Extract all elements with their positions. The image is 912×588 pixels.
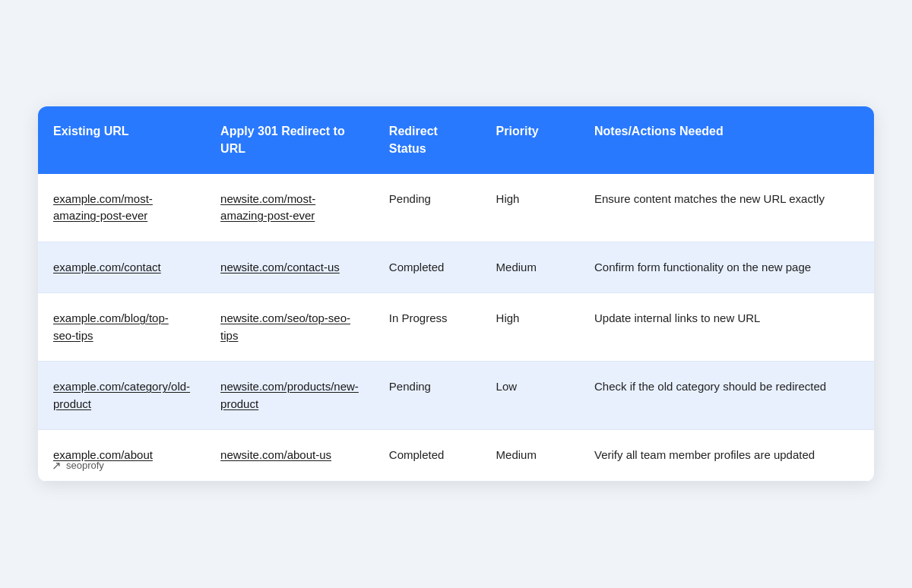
redirect-url-cell: newsite.com/most-amazing-post-ever	[205, 174, 374, 242]
header-notes: Notes/Actions Needed	[579, 106, 874, 174]
redirect-table: Existing URL Apply 301 Redirect to URL R…	[38, 106, 874, 482]
existing-url-link[interactable]: example.com/category/old-product	[53, 380, 190, 410]
priority-cell: Low	[481, 362, 579, 430]
redirect-url-cell: newsite.com/contact-us	[205, 242, 374, 293]
existing-url-cell: example.com/category/old-product	[38, 362, 205, 430]
table-row: example.com/category/old-productnewsite.…	[38, 362, 874, 430]
table-row: example.com/contactnewsite.com/contact-u…	[38, 242, 874, 293]
existing-url-cell: example.com/most-amazing-post-ever	[38, 174, 205, 242]
notes-cell: Check if the old category should be redi…	[579, 362, 874, 430]
redirect-url-link[interactable]: newsite.com/about-us	[220, 448, 331, 461]
header-priority: Priority	[481, 106, 579, 174]
existing-url-link[interactable]: example.com/contact	[53, 261, 161, 273]
notes-cell: Confirm form functionality on the new pa…	[579, 242, 874, 293]
priority-cell: High	[481, 174, 579, 242]
redirect-url-link[interactable]: newsite.com/seo/top-seo-tips	[220, 311, 350, 342]
redirect-url-link[interactable]: newsite.com/contact-us	[220, 261, 340, 273]
redirect-url-link[interactable]: newsite.com/most-amazing-post-ever	[220, 192, 315, 223]
notes-cell: Ensure content matches the new URL exact…	[579, 174, 874, 242]
existing-url-cell: example.com/contact	[38, 242, 205, 293]
table-row: example.com/aboutnewsite.com/about-usCom…	[38, 430, 874, 482]
branding-name: seoprofy	[66, 460, 104, 471]
redirect-url-cell: newsite.com/seo/top-seo-tips	[205, 293, 374, 362]
table-row: example.com/blog/top-seo-tipsnewsite.com…	[38, 293, 874, 362]
status-cell: Pending	[374, 362, 481, 430]
priority-cell: High	[481, 293, 579, 362]
priority-cell: Medium	[481, 242, 579, 293]
status-cell: Completed	[374, 242, 481, 293]
table-row: example.com/most-amazing-post-evernewsit…	[38, 174, 874, 242]
redirect-url-link[interactable]: newsite.com/products/new-product	[220, 380, 359, 410]
existing-url-cell: example.com/about	[38, 430, 205, 482]
table-header-row: Existing URL Apply 301 Redirect to URL R…	[38, 106, 874, 174]
redirect-url-cell: newsite.com/products/new-product	[205, 362, 374, 430]
branding-footer: ↗ seoprofy	[52, 459, 104, 473]
main-container: Existing URL Apply 301 Redirect to URL R…	[38, 106, 874, 482]
notes-cell: Verify all team member profiles are upda…	[579, 430, 874, 482]
notes-cell: Update internal links to new URL	[579, 293, 874, 362]
header-existing-url: Existing URL	[38, 106, 205, 174]
header-redirect-status: Redirect Status	[374, 106, 481, 174]
priority-cell: Medium	[481, 430, 579, 482]
status-cell: Completed	[374, 430, 481, 482]
redirect-url-cell: newsite.com/about-us	[205, 430, 374, 482]
header-apply-redirect: Apply 301 Redirect to URL	[205, 106, 374, 174]
existing-url-link[interactable]: example.com/most-amazing-post-ever	[53, 192, 153, 223]
branding-arrow-icon: ↗	[52, 459, 62, 473]
existing-url-cell: example.com/blog/top-seo-tips	[38, 293, 205, 362]
status-cell: Pending	[374, 174, 481, 242]
existing-url-link[interactable]: example.com/blog/top-seo-tips	[53, 311, 169, 342]
status-cell: In Progress	[374, 293, 481, 362]
